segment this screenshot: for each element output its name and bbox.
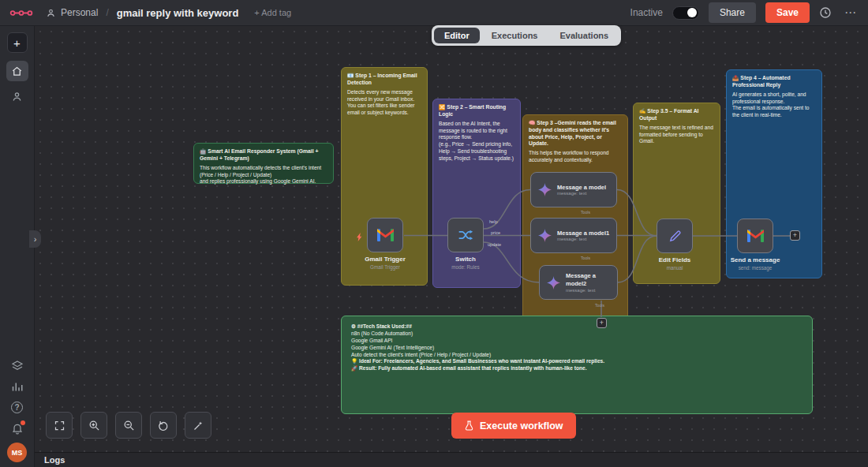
tidy-up-button[interactable] (185, 412, 211, 439)
node-gmail-trigger[interactable]: Gmail Trigger Gmail Trigger (367, 218, 403, 252)
active-toggle[interactable] (672, 6, 699, 20)
zoom-out-icon (123, 420, 135, 432)
note-body: This helps the workflow to respond accur… (529, 150, 622, 164)
note-body: Based on the AI Intent, the message is r… (439, 121, 514, 163)
fit-view-icon (54, 420, 65, 432)
node-message-a-model2[interactable]: Message a model2 message: text (539, 265, 618, 300)
fit-view-button[interactable] (46, 412, 73, 439)
workflow-title[interactable]: gmail reply with keyword (117, 7, 239, 19)
add-tool-button[interactable]: + (597, 318, 607, 328)
note-line: n8n (No Code Automation) (351, 331, 803, 338)
workflow-canvas[interactable]: 📧 Step 1 – Incoming Email Detection Dete… (35, 26, 868, 452)
tools-port-label: Tools (581, 256, 590, 260)
switch-output-label: price (491, 230, 500, 235)
note-title: 🧠 Step 3 –Gemini reads the email body an… (529, 120, 622, 148)
pencil-icon (668, 230, 682, 243)
note-body: The message text is refined and formatte… (639, 125, 714, 146)
zoom-in-icon (88, 420, 100, 432)
insights-chart-icon[interactable] (11, 381, 23, 393)
save-button[interactable]: Save (765, 2, 810, 23)
breadcrumb-separator: / (106, 7, 108, 18)
logs-label: Logs (44, 455, 65, 465)
note-line: 🚀 Result: Fully automated AI-based email… (351, 365, 803, 372)
toggle-knob (687, 8, 697, 17)
note-line: Google Gmail API (351, 338, 803, 345)
note-title: 📤 Step 4 – Automated Professional Reply (732, 75, 816, 89)
switch-output-label: update (488, 242, 501, 247)
gmail-icon (377, 229, 394, 241)
execute-workflow-label: Execute workflow (480, 420, 563, 432)
flask-icon (464, 420, 474, 431)
note-title: ✍️ Step 3.5 – Format AI Output (639, 108, 714, 122)
switch-icon (458, 227, 473, 243)
sticky-note-step1[interactable]: 📧 Step 1 – Incoming Email Detection Dete… (341, 67, 428, 286)
gemini-icon (547, 276, 560, 290)
node-message-a-model[interactable]: Message a model message: text (530, 172, 617, 207)
sticky-note-overview[interactable]: 🤖 Smart AI Email Responder System (Gmail… (193, 143, 334, 184)
help-icon[interactable]: ? (11, 402, 23, 413)
tab-editor[interactable]: Editor (434, 28, 480, 43)
trigger-bolt-icon (357, 230, 363, 245)
notification-badge (21, 420, 25, 425)
sidebar-item-users[interactable] (6, 86, 28, 106)
logs-panel-header[interactable]: Logs (35, 452, 868, 467)
tools-port-label: Tools (595, 303, 604, 308)
note-title: 🤖 Smart AI Email Responder System (Gmail… (200, 148, 327, 163)
execute-workflow-button[interactable]: Execute workflow (451, 413, 576, 439)
gemini-icon (538, 229, 552, 242)
note-line: 💡 Ideal For: Freelancers, Agencies, and … (351, 358, 803, 365)
topbar-actions: Inactive Share Save ⋯ (630, 2, 860, 23)
add-tag-button[interactable]: + Add tag (254, 8, 291, 17)
gemini-icon (538, 183, 552, 196)
tab-evaluations[interactable]: Evaluations (549, 28, 619, 43)
note-title: 📧 Step 1 – Incoming Email Detection (347, 73, 421, 87)
users-icon (11, 91, 23, 103)
node-send-a-message[interactable]: Send a message send: message (737, 219, 773, 253)
zoom-in-button[interactable] (80, 412, 107, 439)
undo-button[interactable] (150, 412, 177, 439)
notifications-bell-icon[interactable] (11, 422, 24, 435)
share-button[interactable]: Share (709, 2, 756, 23)
active-status-label: Inactive (630, 7, 663, 18)
breadcrumb: Personal / gmail reply with keyword + Ad… (46, 7, 291, 19)
add-node-button[interactable]: + (790, 230, 800, 241)
canvas-controls (46, 412, 211, 439)
node-edit-fields[interactable]: Edit Fields manual (657, 219, 693, 253)
zoom-out-button[interactable] (115, 412, 142, 439)
node-switch[interactable]: Switch mode: Rules (447, 218, 484, 252)
note-body: This workflow automatically detects the … (200, 165, 327, 186)
sticky-note-tech-stack[interactable]: ⚙ ##Tech Stack Used:## n8n (No Code Auto… (341, 316, 813, 414)
note-line: Google Gemini AI (Text Intelligence) (351, 345, 803, 352)
sidebar-item-home[interactable] (6, 61, 28, 81)
switch-output-label: help (489, 219, 498, 224)
tidy-up-icon (193, 420, 204, 432)
history-icon[interactable] (819, 6, 832, 19)
more-options-icon[interactable]: ⋯ (841, 6, 860, 20)
project-name[interactable]: Personal (61, 7, 98, 18)
sticky-note-step2[interactable]: 🔀 Step 2 – Smart Routing Logic Based on … (432, 99, 521, 288)
person-icon (46, 8, 56, 18)
sidebar-collapse-handle[interactable]: › (29, 230, 41, 248)
templates-stack-icon[interactable] (11, 360, 24, 372)
tools-port-label: Tools (581, 210, 590, 215)
note-title: 🔀 Step 2 – Smart Routing Logic (439, 104, 514, 118)
gmail-icon (747, 230, 764, 242)
note-line: ⚙ ##Tech Stack Used:## (351, 323, 803, 331)
n8n-logo-icon (8, 6, 35, 20)
tab-executions[interactable]: Executions (481, 28, 548, 43)
sidebar-bottom: ? (11, 360, 24, 435)
home-icon (11, 65, 23, 77)
node-message-a-model1[interactable]: Message a model1 message: text (530, 218, 617, 253)
add-workflow-button[interactable]: + (7, 32, 28, 53)
undo-icon (158, 420, 170, 432)
user-avatar[interactable]: MS (7, 443, 27, 462)
note-body: Detects every new message received in yo… (347, 89, 421, 118)
note-body: AI generates a short, polite, and profes… (732, 92, 816, 120)
view-tabs: Editor Executions Evaluations (432, 25, 621, 46)
top-bar: Personal / gmail reply with keyword + Ad… (0, 0, 868, 26)
